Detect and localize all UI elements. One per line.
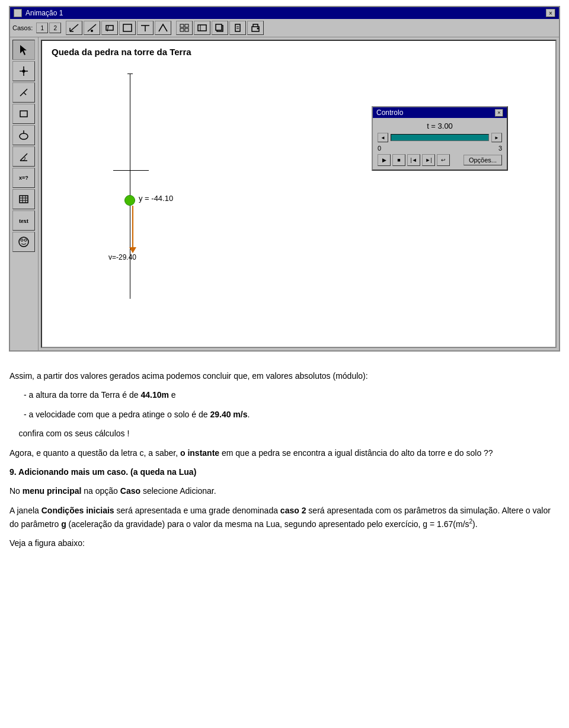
toolbar-btn-1[interactable] [66, 21, 82, 35]
svg-rect-7 [123, 24, 132, 31]
play-button[interactable]: ▶ [378, 154, 391, 166]
p7-text: Veja a figura abaixo: [9, 538, 85, 548]
loop-button[interactable]: ↩ [437, 154, 450, 166]
p6e-text: ). [472, 519, 478, 529]
sidebar-btn-rect[interactable] [12, 104, 35, 124]
range-labels: 0 3 [378, 145, 502, 152]
confira-text: confira com os seus cálculos ! [19, 429, 130, 438]
skip-start-button[interactable]: |◄ [407, 154, 420, 166]
p6d-text: (aceleração da gravidade) para o valor d… [66, 519, 469, 529]
svg-rect-34 [20, 196, 28, 203]
main-area: x=? text Queda da pedra na torre da Terr… [10, 37, 559, 350]
slider-left-arrow[interactable]: ◄ [378, 133, 388, 142]
p6-bold1: Condições iniciais [41, 506, 114, 515]
sidebar-btn-perp[interactable] [12, 82, 35, 103]
t-value-display: t = 3.00 [378, 122, 502, 130]
window-title: Animação 1 [25, 9, 63, 17]
slider-track[interactable] [391, 134, 489, 141]
svg-point-40 [21, 239, 23, 241]
svg-point-39 [19, 237, 28, 247]
toolbar-btn-6[interactable] [155, 21, 171, 35]
p5c-text: selecione Adicionar. [140, 486, 216, 496]
sidebar-btn-point[interactable] [12, 61, 35, 81]
svg-line-28 [24, 92, 26, 95]
cases-label: Casos: [12, 24, 33, 31]
p1-text: Assim, a partir dos valores gerados acim… [9, 371, 368, 381]
p5a-text: No [9, 486, 23, 496]
svg-marker-23 [20, 45, 27, 55]
p6-bold2: caso 2 [280, 506, 306, 515]
svg-line-0 [70, 24, 78, 31]
v-label: v=-29.40 [108, 253, 136, 261]
control-close-button[interactable]: × [495, 109, 503, 117]
sidebar-btn-formula[interactable]: x=? [12, 168, 35, 188]
svg-rect-11 [185, 24, 188, 27]
bullet-2: - a velocidade com que a pedra atinge o … [24, 408, 560, 421]
sidebar-btn-pointer[interactable] [12, 40, 35, 60]
svg-rect-17 [216, 24, 222, 30]
sidebar-btn-text[interactable]: text [12, 210, 35, 231]
toolbar-btn-grid[interactable] [176, 21, 193, 35]
canvas-title: Queda da pedra na torre da Terra [42, 41, 555, 60]
text-tool-label: text [19, 218, 28, 224]
toolbar-btn-paste[interactable] [229, 21, 246, 35]
slider-increment[interactable]: ► [491, 133, 502, 142]
formula-label: x=? [19, 175, 28, 181]
arrow-shaft [132, 206, 133, 247]
slider-decrement[interactable]: ◄ [378, 133, 388, 142]
case1-button[interactable]: 1 [36, 23, 48, 33]
p5b-text: na opção [81, 486, 120, 496]
sidebar-btn-table[interactable] [12, 189, 35, 209]
toolbar-btn-5[interactable] [137, 21, 154, 35]
paragraph-confira: confira com os seus cálculos ! [9, 427, 560, 440]
skip-end-button[interactable]: ►| [422, 154, 435, 166]
slider-right-arrow[interactable]: ► [491, 133, 502, 142]
svg-point-30 [20, 133, 28, 139]
toolbar-btn-4[interactable] [119, 21, 136, 35]
app-window: Animação 1 × Casos: 1 2 [9, 6, 560, 352]
paragraph-3: Agora, e quanto a questão da letra c, a … [9, 446, 560, 459]
paragraph-4: 9. Adicionando mais um caso. (a queda na… [9, 465, 560, 478]
p3-bold: o instante [180, 448, 219, 458]
svg-point-4 [91, 30, 93, 32]
sidebar-btn-angle[interactable] [12, 146, 35, 167]
control-dialog: Controlo × t = 3.00 ◄ ► [372, 106, 508, 171]
window-close-button[interactable]: × [546, 9, 555, 17]
text-content: Assim, a partir dos valores gerados acim… [0, 357, 569, 568]
app-icon [14, 9, 22, 17]
svg-rect-5 [106, 25, 113, 30]
control-title-bar: Controlo × [373, 107, 507, 118]
svg-rect-13 [185, 28, 188, 31]
slider-fill [391, 135, 488, 141]
opcoes-button[interactable]: Opções... [463, 155, 502, 165]
toolbar-btn-view[interactable] [194, 21, 210, 35]
svg-rect-14 [198, 25, 206, 31]
toolbar-btn-print[interactable] [247, 21, 264, 35]
paragraph-1: Assim, a partir dos valores gerados acim… [9, 369, 560, 382]
range-max: 3 [498, 145, 502, 152]
bullet2-bold: 29.40 m/s [210, 410, 247, 419]
sidebar-btn-anim[interactable] [12, 232, 35, 252]
p3a-text: Agora, e quanto a questão da letra c, a … [9, 448, 180, 458]
paragraph-6: A janela Condições iniciais será apresen… [9, 504, 560, 531]
slider-row: ◄ ► [378, 133, 502, 142]
toolbar-btn-copy[interactable] [212, 21, 228, 35]
svg-rect-18 [235, 24, 240, 31]
paragraph-7: Veja a figura abaixo: [9, 537, 560, 550]
control-body: t = 3.00 ◄ ► 0 3 [373, 118, 507, 170]
toolbar-btn-3[interactable] [101, 21, 118, 35]
bullet1-text: - a altura da torre da Terra é de [24, 390, 140, 400]
svg-rect-10 [180, 24, 184, 27]
title-bar: Animação 1 × [10, 7, 559, 19]
bullet2-text: - a velocidade com que a pedra atinge o … [24, 410, 210, 419]
case2-button[interactable]: 2 [49, 23, 61, 33]
svg-rect-29 [20, 111, 27, 117]
p3b-text: em que a pedra se encontra a igual distâ… [219, 448, 493, 458]
arrow-head [129, 247, 136, 253]
toolbar-sep1 [62, 21, 65, 35]
toolbar: Casos: 1 2 [10, 19, 559, 37]
toolbar-btn-2[interactable] [84, 21, 100, 35]
sidebar-btn-arc[interactable] [12, 125, 35, 145]
bullet1-rest: e [169, 390, 176, 400]
pause-button[interactable]: ■ [392, 154, 405, 166]
